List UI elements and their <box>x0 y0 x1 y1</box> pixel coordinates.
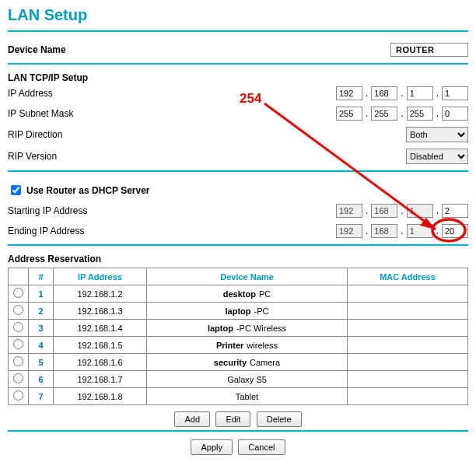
dhcp-checkbox-row: Use Router as DHCP Server <box>8 180 468 201</box>
row-number: 2 <box>29 303 54 320</box>
rip-direction-row: RIP Direction Both <box>8 124 468 145</box>
dot: . <box>364 88 369 99</box>
table-row: 1192.168.1.2desktopPC <box>9 285 468 303</box>
row-number: 7 <box>29 388 54 405</box>
row-select-radio[interactable] <box>13 288 23 298</box>
ip-address-row: IP Address . . . <box>8 83 468 103</box>
subnet-oct-4[interactable] <box>442 107 468 121</box>
dhcp-checkbox-label: Use Router as DHCP Server <box>26 185 150 196</box>
ip-oct-2[interactable] <box>371 86 397 100</box>
row-select-radio[interactable] <box>13 390 23 401</box>
subnet-label: IP Subnet Mask <box>8 108 274 119</box>
reservation-header: Address Reservation <box>8 254 468 264</box>
delete-button[interactable]: Delete <box>257 411 302 427</box>
table-row: 4192.168.1.5Printerwireless <box>9 337 468 354</box>
dhcp-start-label: Starting IP Address <box>8 205 274 216</box>
row-ip: 192.168.1.8 <box>54 388 147 405</box>
divider <box>8 430 468 432</box>
row-ip: 192.168.1.7 <box>54 371 147 388</box>
dot: . <box>435 205 440 216</box>
reservation-buttons: Add Edit Delete <box>8 411 468 427</box>
add-button[interactable]: Add <box>174 411 210 427</box>
row-select-radio[interactable] <box>13 322 23 332</box>
ip-address-label: IP Address <box>8 88 274 99</box>
rip-version-label: RIP Version <box>8 151 274 162</box>
row-device: securityCamera <box>147 354 348 371</box>
cancel-button[interactable]: Cancel <box>238 439 285 455</box>
row-mac <box>348 371 468 388</box>
row-number: 1 <box>29 285 54 303</box>
row-ip: 192.168.1.3 <box>54 303 147 320</box>
row-device: Galaxy S5 <box>147 371 348 388</box>
dot: . <box>399 88 404 99</box>
row-mac <box>348 388 468 405</box>
row-mac <box>348 285 468 303</box>
rip-version-select[interactable]: Disabled <box>406 149 468 164</box>
ip-oct-3[interactable] <box>407 86 433 100</box>
dot: . <box>364 108 369 119</box>
row-number: 6 <box>29 371 54 388</box>
table-row: 7192.168.1.8Tablet <box>9 388 468 405</box>
row-ip: 192.168.1.6 <box>54 354 147 371</box>
row-device: Tablet <box>147 388 348 405</box>
dot: . <box>435 226 440 236</box>
subnet-oct-1[interactable] <box>336 107 362 121</box>
divider <box>8 30 468 32</box>
row-mac <box>348 337 468 354</box>
dot: . <box>435 88 440 99</box>
dot: . <box>399 205 404 216</box>
row-number: 5 <box>29 354 54 371</box>
apply-button[interactable]: Apply <box>191 439 233 455</box>
dhcp-start-oct-2 <box>371 204 397 218</box>
row-select-radio[interactable] <box>13 373 23 383</box>
col-select <box>9 268 29 285</box>
col-num: # <box>29 268 54 285</box>
row-select-radio[interactable] <box>13 305 23 315</box>
form-buttons: Apply Cancel <box>8 439 468 455</box>
dhcp-end-oct-4[interactable] <box>442 224 468 238</box>
row-ip: 192.168.1.5 <box>54 337 147 354</box>
subnet-oct-2[interactable] <box>371 107 397 121</box>
dhcp-end-oct-2 <box>371 224 397 238</box>
dot: . <box>364 226 369 236</box>
subnet-row: IP Subnet Mask . . . <box>8 103 468 124</box>
tcpip-header: LAN TCP/IP Setup <box>8 72 468 83</box>
dot: . <box>364 205 369 216</box>
dot: . <box>399 108 404 119</box>
edit-button[interactable]: Edit <box>215 411 250 427</box>
row-select-radio[interactable] <box>13 339 23 349</box>
col-ip: IP Address <box>54 268 147 285</box>
ip-oct-1[interactable] <box>336 86 362 100</box>
dhcp-start-oct-4[interactable] <box>442 204 468 218</box>
reservation-table: # IP Address Device Name MAC Address 119… <box>8 268 468 405</box>
dhcp-checkbox[interactable] <box>11 185 21 195</box>
table-row: 2192.168.1.3laptop-PC <box>9 303 468 320</box>
row-select-radio[interactable] <box>13 356 23 366</box>
dhcp-end-row: Ending IP Address . . . <box>8 221 468 241</box>
dhcp-end-label: Ending IP Address <box>8 226 274 236</box>
col-mac: MAC Address <box>348 268 468 285</box>
device-name-row: Device Name <box>8 40 468 60</box>
table-row: 5192.168.1.6securityCamera <box>9 354 468 371</box>
dhcp-start-oct-1 <box>336 204 362 218</box>
dhcp-start-oct-3 <box>407 204 433 218</box>
row-number: 4 <box>29 337 54 354</box>
row-mac <box>348 354 468 371</box>
device-name-input[interactable] <box>390 43 468 57</box>
rip-direction-select[interactable]: Both <box>406 127 468 142</box>
row-mac <box>348 303 468 320</box>
dhcp-end-oct-1 <box>336 224 362 238</box>
table-row: 6192.168.1.7Galaxy S5 <box>9 371 468 388</box>
dhcp-start-row: Starting IP Address . . . <box>8 201 468 221</box>
row-device: laptop-PC <box>147 303 348 320</box>
dot: . <box>399 226 404 236</box>
row-device: laptop-PC Wireless <box>147 320 348 337</box>
ip-oct-4[interactable] <box>442 86 468 100</box>
row-number: 3 <box>29 320 54 337</box>
col-device: Device Name <box>147 268 348 285</box>
subnet-oct-3[interactable] <box>407 107 433 121</box>
divider <box>8 244 468 246</box>
rip-version-row: RIP Version Disabled <box>8 145 468 167</box>
table-row: 3192.168.1.4laptop-PC Wireless <box>9 320 468 337</box>
row-ip: 192.168.1.2 <box>54 285 147 303</box>
